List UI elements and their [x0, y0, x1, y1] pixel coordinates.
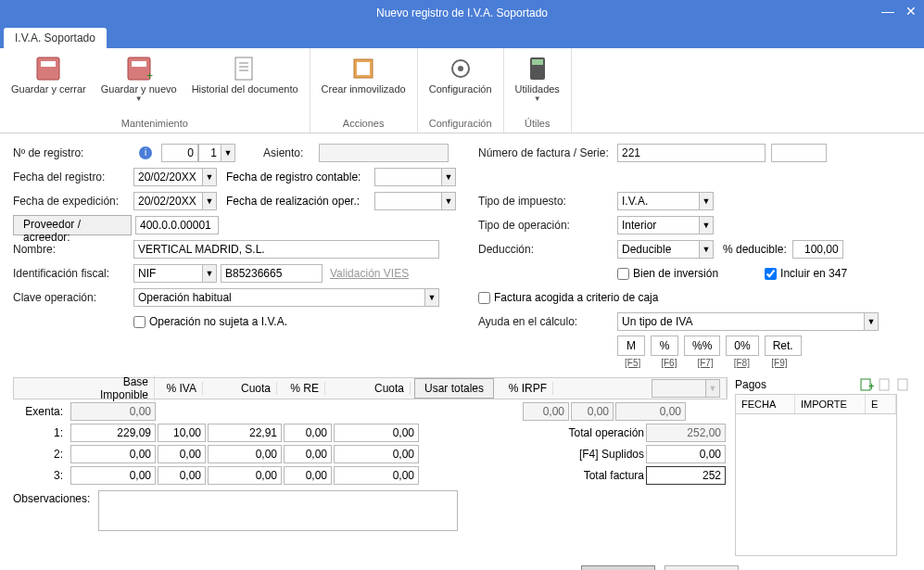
irpf-top3 [615, 402, 686, 421]
id-fiscal-type-input[interactable] [133, 264, 202, 283]
ayuda-calc-input[interactable] [617, 312, 864, 331]
pagos-col-e: E [866, 395, 896, 413]
col-base: Base Imponible [70, 375, 155, 401]
utilities-button[interactable]: Utilidades ▼ [512, 52, 563, 116]
num-factura-input[interactable] [617, 144, 766, 162]
observaciones-input[interactable] [98, 490, 458, 531]
svg-text:+: + [868, 380, 874, 392]
fecha-registro-dropdown[interactable]: ▼ [202, 168, 217, 186]
calculator-icon [523, 54, 552, 83]
r3-base[interactable] [70, 466, 156, 485]
svg-rect-18 [898, 379, 907, 390]
ribbon-group-actions: Acciones [343, 116, 385, 131]
suplidos-input[interactable] [646, 445, 726, 463]
history-button[interactable]: Historial del documento [188, 52, 302, 116]
fecha-reg-contable-dropdown[interactable]: ▼ [441, 168, 456, 186]
fecha-registro-label: Fecha del registro: [13, 171, 133, 184]
minimize-icon[interactable]: — [881, 4, 894, 19]
bien-inversion-checkbox[interactable]: Bien de inversión [617, 267, 718, 280]
pagos-add-icon[interactable]: + [859, 377, 874, 392]
ribbon-group-config: Configuración [429, 116, 492, 131]
fecha-expedicion-input[interactable] [133, 192, 202, 210]
cancelar-button[interactable]: Cancelar [665, 565, 739, 570]
r3-cuota2[interactable] [334, 466, 419, 485]
usar-totales-button[interactable]: Usar totales [414, 378, 494, 399]
svg-rect-0 [37, 57, 59, 80]
r2-cuota[interactable] [208, 445, 282, 463]
calc-ret-button[interactable]: Ret. [765, 336, 802, 356]
r3-iva[interactable] [158, 466, 206, 485]
calc-0pct-button[interactable]: 0% [726, 336, 758, 356]
col-cuota: Cuota [203, 382, 277, 395]
fecha-real-oper-input[interactable] [374, 192, 441, 210]
r3-re[interactable] [284, 466, 332, 485]
history-icon [230, 54, 259, 83]
proveedor-button[interactable]: Proveedor / acreedor: [13, 215, 132, 235]
tabstrip: I.V.A. Soportado [0, 26, 924, 48]
close-icon[interactable]: ✕ [905, 4, 917, 19]
vies-link[interactable]: Validación VIES [330, 267, 409, 280]
calc-pctpct-button[interactable]: %% [684, 336, 720, 356]
r1-cuota2[interactable] [334, 424, 419, 442]
factura-caja-checkbox[interactable]: Factura acogida a criterio de caja [478, 291, 658, 304]
suplidos-label: [F4] Suplidos [579, 448, 644, 461]
info-icon[interactable]: i [139, 146, 152, 159]
fecha-expedicion-dropdown[interactable]: ▼ [202, 192, 217, 210]
id-fiscal-num-input[interactable] [221, 264, 323, 283]
tab-iva-soportado[interactable]: I.V.A. Soportado [4, 28, 107, 48]
save-close-button[interactable]: Guardar y cerrar [7, 52, 90, 116]
reg-no2-input[interactable] [198, 144, 221, 162]
r1-base[interactable] [70, 424, 156, 442]
deduccion-dropdown[interactable]: ▼ [699, 240, 714, 259]
pagos-edit-icon[interactable] [878, 377, 892, 392]
asiento-label: Asiento: [263, 146, 319, 159]
r2-re[interactable] [284, 445, 332, 463]
r2-base[interactable] [70, 445, 156, 463]
deduccion-input[interactable] [617, 240, 699, 259]
tipo-impuesto-input[interactable] [617, 192, 699, 210]
ayuda-calc-dropdown[interactable]: ▼ [864, 312, 879, 331]
calc-pct-button[interactable]: % [651, 336, 678, 356]
pagos-del-icon[interactable] [896, 377, 911, 392]
r1-cuota[interactable] [208, 424, 282, 442]
ribbon-group-maint: Mantenimiento [121, 116, 188, 131]
col-iva: % IVA [155, 382, 203, 395]
svg-text:+: + [146, 70, 153, 82]
reg-no2-dropdown[interactable]: ▼ [221, 144, 235, 162]
r3-cuota[interactable] [208, 466, 282, 485]
ribbon-group-util: Útiles [525, 116, 551, 131]
r1-re[interactable] [284, 424, 332, 442]
r2-iva[interactable] [158, 445, 206, 463]
pagos-grid[interactable]: FECHA IMPORTE E [735, 394, 897, 556]
total-fact-input[interactable] [646, 466, 726, 485]
incluir-347-checkbox[interactable]: Incluir en 347 [765, 267, 847, 280]
pct-deducible-input[interactable] [792, 240, 843, 259]
fecha-real-oper-dropdown[interactable]: ▼ [441, 192, 456, 210]
nombre-input[interactable] [133, 240, 439, 259]
r1-iva[interactable] [158, 424, 206, 442]
reg-no-input[interactable] [161, 144, 198, 162]
save-new-button[interactable]: + Guardar y nuevo ▼ [97, 52, 181, 116]
id-fiscal-type-dropdown[interactable]: ▼ [202, 264, 217, 283]
calc-m-button[interactable]: M [617, 336, 645, 356]
col-irpf: % IRPF [498, 382, 553, 395]
clave-op-dropdown[interactable]: ▼ [424, 288, 439, 307]
clave-op-input[interactable] [133, 288, 424, 307]
tipo-impuesto-dropdown[interactable]: ▼ [699, 192, 714, 210]
gear-icon [446, 54, 475, 83]
tipo-operacion-dropdown[interactable]: ▼ [699, 216, 714, 234]
col-re: % RE [277, 382, 325, 395]
tipo-operacion-input[interactable] [617, 216, 699, 234]
proveedor-input[interactable] [135, 216, 219, 234]
serie-input[interactable] [771, 144, 827, 162]
r2-cuota2[interactable] [334, 445, 419, 463]
fecha-registro-input[interactable] [133, 168, 202, 186]
observaciones-label: Observaciones: [13, 490, 96, 505]
aceptar-button[interactable]: Aceptar [581, 565, 655, 570]
irpf-top1 [523, 402, 569, 421]
config-button[interactable]: Configuración [425, 52, 496, 116]
no-sujeta-checkbox[interactable]: Operación no sujeta a I.V.A. [133, 315, 287, 328]
create-asset-button[interactable]: Crear inmovilizado [318, 52, 410, 116]
fecha-reg-contable-input[interactable] [374, 168, 441, 186]
svg-rect-3 [132, 61, 146, 67]
